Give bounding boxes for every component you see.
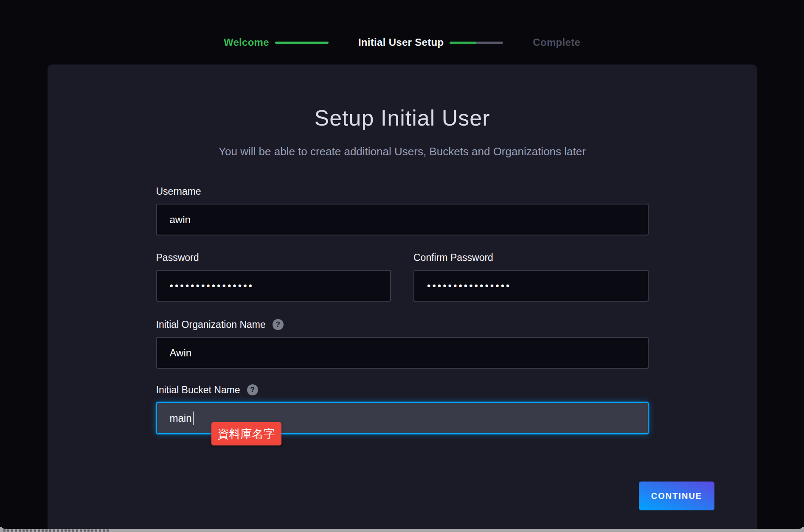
organization-input[interactable]: Awin [156, 337, 649, 369]
text-cursor [193, 412, 194, 425]
password-label: Password [156, 252, 199, 263]
organization-field-group: Initial Organization Name ? Awin [156, 319, 649, 369]
password-input[interactable]: •••••••••••••••• [156, 270, 391, 302]
question-mark-icon[interactable]: ? [273, 319, 284, 330]
username-field-group: Username awin [156, 185, 649, 235]
confirm-password-field-group: Confirm Password •••••••••••••••• [413, 252, 649, 302]
ime-tooltip: 資料庫名字 [211, 422, 281, 445]
organization-value: Awin [170, 347, 192, 359]
step-initial-user-setup[interactable]: Initial User Setup [358, 36, 444, 48]
step-welcome[interactable]: Welcome [224, 36, 269, 48]
username-value: awin [170, 214, 191, 226]
app-window: Welcome Initial User Setup Complete Setu… [0, 0, 804, 529]
step-complete[interactable]: Complete [533, 36, 580, 48]
confirm-password-label: Confirm Password [413, 252, 493, 263]
progress-bar-welcome [275, 42, 329, 44]
password-value: •••••••••••••••• [170, 280, 254, 292]
username-label: Username [156, 186, 201, 197]
question-mark-icon[interactable]: ? [247, 384, 258, 395]
progress-bar-setup [450, 42, 503, 44]
confirm-password-input[interactable]: •••••••••••••••• [413, 270, 649, 302]
username-input[interactable]: awin [156, 204, 649, 235]
status-strip-text-remnant [3, 529, 110, 532]
continue-button[interactable]: CONTINUE [639, 482, 714, 510]
setup-form: Username awin Password •••••••••••••••• [156, 185, 649, 434]
password-row: Password •••••••••••••••• Confirm Passwo… [156, 252, 649, 302]
organization-label: Initial Organization Name [156, 319, 266, 330]
setup-card: Setup Initial User You will be able to c… [48, 64, 757, 529]
password-field-group: Password •••••••••••••••• [156, 252, 391, 302]
confirm-password-value: •••••••••••••••• [427, 280, 511, 292]
onboarding-stepper: Welcome Initial User Setup Complete [0, 36, 804, 48]
bucket-value: main [170, 412, 192, 424]
bucket-label: Initial Bucket Name [156, 384, 240, 396]
page-title: Setup Initial User [48, 64, 757, 130]
page-subtitle: You will be able to create additional Us… [48, 145, 757, 158]
bucket-field-group: Initial Bucket Name ? main 資料庫名字 [156, 384, 649, 434]
